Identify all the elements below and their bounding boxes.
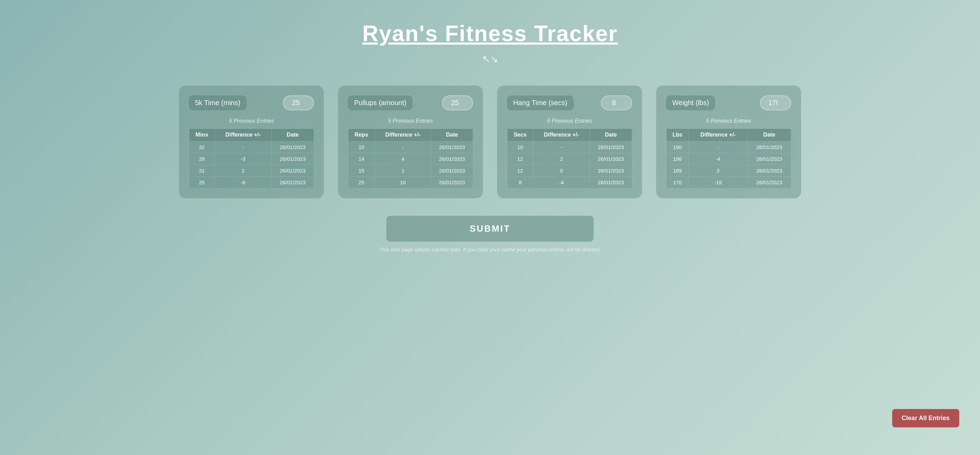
tracker-table-hang-time: Secs Difference +/- Date 10 - 26/01/2023 bbox=[507, 128, 632, 188]
tracker-table-weight: Lbs Difference +/- Date 190 - 26/01/2023 bbox=[666, 128, 791, 188]
resize-icon: ↖↘ bbox=[482, 53, 498, 65]
table-row: 15 1 26/01/2023 bbox=[348, 165, 473, 177]
cell-col3-0-2: 26/01/2023 bbox=[272, 165, 313, 177]
tracker-header-weight: Weight (lbs) bbox=[666, 95, 791, 110]
cell-col3-3-0: 26/01/2023 bbox=[747, 142, 791, 153]
cell-col3-0-0: 26/01/2023 bbox=[272, 142, 313, 153]
table-row: 25 10 26/01/2023 bbox=[348, 177, 473, 188]
cell-col2-2-0: - bbox=[533, 142, 590, 153]
cell-col1-3-2: 189 bbox=[667, 165, 689, 177]
cell-col3-1-1: 26/01/2023 bbox=[431, 153, 473, 165]
cell-col1-0-1: 29 bbox=[189, 153, 215, 165]
cell-col3-3-3: 26/01/2023 bbox=[747, 177, 791, 188]
col3-header-weight: Date bbox=[747, 129, 791, 142]
cell-col1-2-1: 12 bbox=[507, 153, 533, 165]
cell-col1-2-3: 8 bbox=[507, 177, 533, 188]
cell-col2-0-1: -3 bbox=[215, 153, 272, 165]
cell-col1-0-3: 25 bbox=[189, 177, 215, 188]
cell-col3-1-2: 26/01/2023 bbox=[431, 165, 473, 177]
entries-label-5k-time: 5 Previous Entries bbox=[189, 118, 314, 124]
col1-header-pullups: Reps bbox=[348, 129, 375, 142]
cell-col1-0-0: 32 bbox=[189, 142, 215, 153]
cell-col3-2-2: 26/01/2023 bbox=[590, 165, 632, 177]
entries-label-pullups: 5 Previous Entries bbox=[348, 118, 473, 124]
table-row: 31 2 26/01/2023 bbox=[189, 165, 314, 177]
cell-col2-2-3: -4 bbox=[533, 177, 590, 188]
col2-header-5k-time: Difference +/- bbox=[215, 129, 272, 142]
table-row: 8 -4 26/01/2023 bbox=[507, 177, 632, 188]
page-title: Ryan's Fitness Tracker bbox=[28, 21, 952, 46]
tracker-label-hang-time: Hang Time (secs) bbox=[507, 95, 574, 110]
cell-col1-1-3: 25 bbox=[348, 177, 375, 188]
tracker-header-hang-time: Hang Time (secs) bbox=[507, 95, 632, 110]
table-row: 25 -6 26/01/2023 bbox=[189, 177, 314, 188]
cell-col3-2-1: 26/01/2023 bbox=[590, 153, 632, 165]
trackers-row: 5k Time (mins) 5 Previous Entries Mins D… bbox=[28, 85, 952, 199]
clear-all-button[interactable]: Clear All Entries bbox=[892, 409, 959, 427]
cell-col1-1-1: 14 bbox=[348, 153, 375, 165]
cell-col3-3-1: 26/01/2023 bbox=[747, 153, 791, 165]
tracker-header-5k-time: 5k Time (mins) bbox=[189, 95, 314, 110]
table-row: 10 - 26/01/2023 bbox=[348, 142, 473, 153]
page-container: Ryan's Fitness Tracker ↖↘ 5k Time (mins)… bbox=[0, 0, 980, 280]
tracker-input-5k-time[interactable] bbox=[283, 95, 314, 110]
cell-col2-3-1: -4 bbox=[689, 153, 748, 165]
col3-header-hang-time: Date bbox=[590, 129, 632, 142]
cell-col3-0-1: 26/01/2023 bbox=[272, 153, 313, 165]
submit-button[interactable]: SUBMIT bbox=[386, 216, 594, 242]
table-row: 170 -19 26/01/2023 bbox=[667, 177, 791, 188]
cell-col2-2-2: 0 bbox=[533, 165, 590, 177]
tracker-card-hang-time: Hang Time (secs) 5 Previous Entries Secs… bbox=[497, 85, 642, 199]
col2-header-weight: Difference +/- bbox=[689, 129, 748, 142]
cell-col2-1-3: 10 bbox=[375, 177, 431, 188]
cell-col1-3-3: 170 bbox=[667, 177, 689, 188]
cell-col3-0-3: 26/01/2023 bbox=[272, 177, 313, 188]
col1-header-hang-time: Secs bbox=[507, 129, 533, 142]
cell-col1-2-0: 10 bbox=[507, 142, 533, 153]
cell-col3-3-2: 26/01/2023 bbox=[747, 165, 791, 177]
table-row: 186 -4 26/01/2023 bbox=[667, 153, 791, 165]
table-row: 189 3 26/01/2023 bbox=[667, 165, 791, 177]
tracker-input-pullups[interactable] bbox=[442, 95, 473, 110]
cell-col1-3-0: 190 bbox=[667, 142, 689, 153]
cell-col1-1-2: 15 bbox=[348, 165, 375, 177]
col3-header-pullups: Date bbox=[431, 129, 473, 142]
table-row: 14 4 26/01/2023 bbox=[348, 153, 473, 165]
col1-header-weight: Lbs bbox=[667, 129, 689, 142]
cell-col2-3-2: 3 bbox=[689, 165, 748, 177]
cell-col2-2-1: 2 bbox=[533, 153, 590, 165]
tracker-card-pullups: Pullups (amount) 5 Previous Entries Reps… bbox=[338, 85, 483, 199]
tracker-label-5k-time: 5k Time (mins) bbox=[189, 95, 247, 110]
cache-notice: This web page utilizes cached data. If y… bbox=[379, 247, 601, 252]
cell-col2-1-1: 4 bbox=[375, 153, 431, 165]
cell-col1-2-2: 12 bbox=[507, 165, 533, 177]
tracker-card-5k-time: 5k Time (mins) 5 Previous Entries Mins D… bbox=[179, 85, 324, 199]
cell-col2-1-0: - bbox=[375, 142, 431, 153]
cell-col2-0-2: 2 bbox=[215, 165, 272, 177]
cell-col3-2-0: 26/01/2023 bbox=[590, 142, 632, 153]
cell-col2-0-3: -6 bbox=[215, 177, 272, 188]
cell-col3-1-0: 26/01/2023 bbox=[431, 142, 473, 153]
tracker-input-hang-time[interactable] bbox=[601, 95, 632, 110]
tracker-table-pullups: Reps Difference +/- Date 10 - 26/01/2023 bbox=[348, 128, 473, 188]
tracker-label-weight: Weight (lbs) bbox=[666, 95, 715, 110]
tracker-input-weight[interactable] bbox=[760, 95, 791, 110]
col3-header-5k-time: Date bbox=[272, 129, 313, 142]
col1-header-5k-time: Mins bbox=[189, 129, 215, 142]
table-row: 12 0 26/01/2023 bbox=[507, 165, 632, 177]
entries-label-hang-time: 5 Previous Entries bbox=[507, 118, 632, 124]
entries-label-weight: 5 Previous Entries bbox=[666, 118, 791, 124]
cell-col2-3-0: - bbox=[689, 142, 748, 153]
table-row: 29 -3 26/01/2023 bbox=[189, 153, 314, 165]
header-section: Ryan's Fitness Tracker ↖↘ bbox=[28, 21, 952, 65]
cell-col3-2-3: 26/01/2023 bbox=[590, 177, 632, 188]
cell-col2-0-0: - bbox=[215, 142, 272, 153]
cell-col2-1-2: 1 bbox=[375, 165, 431, 177]
tracker-card-weight: Weight (lbs) 5 Previous Entries Lbs Diff… bbox=[656, 85, 801, 199]
tracker-table-5k-time: Mins Difference +/- Date 32 - 26/01/2023 bbox=[189, 128, 314, 188]
tracker-label-pullups: Pullups (amount) bbox=[348, 95, 412, 110]
cell-col1-1-0: 10 bbox=[348, 142, 375, 153]
table-row: 190 - 26/01/2023 bbox=[667, 142, 791, 153]
table-row: 10 - 26/01/2023 bbox=[507, 142, 632, 153]
cell-col3-1-3: 26/01/2023 bbox=[431, 177, 473, 188]
